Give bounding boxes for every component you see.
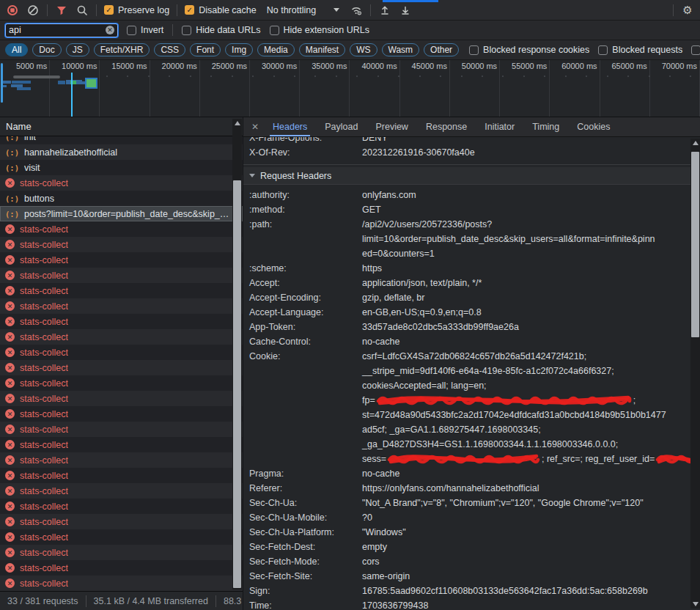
request-row[interactable]: stats-collect [0, 283, 243, 298]
scroll-up-button[interactable] [232, 119, 242, 128]
request-row[interactable]: stats-collect [0, 422, 243, 437]
tab-cookies[interactable]: Cookies [568, 117, 619, 136]
request-row[interactable]: stats-collect [0, 391, 243, 406]
name-column-header[interactable]: Name [0, 117, 243, 136]
search-button[interactable] [75, 4, 89, 17]
request-row[interactable]: stats-collect [0, 545, 243, 560]
checkbox-3rd-party-requests[interactable]: 3rd-party requests [691, 45, 700, 55]
timeline-tick-label: 10000 ms [50, 62, 99, 70]
request-row[interactable]: stats-collect [0, 529, 243, 545]
scroll-down-button[interactable] [232, 581, 242, 589]
filter-chip-fetch-xhr[interactable]: Fetch/XHR [94, 43, 150, 56]
tab-response[interactable]: Response [417, 117, 476, 136]
import-har-button[interactable] [378, 4, 391, 17]
filter-chip-css[interactable]: CSS [154, 43, 185, 56]
request-row[interactable]: hannahelizabethofficial [0, 144, 243, 160]
export-har-button[interactable] [399, 4, 412, 17]
waterfall-activity [13, 76, 60, 78]
request-row[interactable]: stats-collect [0, 329, 243, 345]
request-row[interactable]: stats-collect [0, 560, 243, 576]
scroll-up-button[interactable] [690, 139, 700, 147]
checkbox-blocked-requests[interactable]: Blocked requests [598, 45, 682, 55]
tab-initiator[interactable]: Initiator [476, 117, 523, 136]
filter-chip-all[interactable]: All [5, 43, 28, 56]
tab-timing[interactable]: Timing [523, 117, 568, 136]
timeline-column: 20000 ms [150, 60, 200, 117]
request-row[interactable]: visit [0, 160, 243, 175]
checkbox-label: Disable cache [199, 5, 257, 15]
request-row[interactable]: stats-collect [0, 576, 243, 591]
throttling-dropdown[interactable]: No throttling [264, 5, 342, 15]
request-row[interactable]: stats-collect [0, 221, 243, 237]
request-row[interactable]: stats-collect [0, 437, 243, 452]
header-value-line: sess=; ref_src=; reg_ref_user_id= [362, 452, 700, 466]
filter-chip-ws[interactable]: WS [350, 43, 377, 56]
scroll-down-button[interactable] [690, 600, 700, 609]
request-row[interactable]: stats-collect [0, 237, 243, 252]
disable-cache-checkbox[interactable]: Disable cache [185, 5, 257, 15]
checkbox-icon [104, 5, 114, 15]
devtools-network-panel: Preserve log Disable cache No throttling… [0, 0, 700, 610]
filter-chip-wasm[interactable]: Wasm [382, 43, 420, 56]
request-row[interactable]: stats-collect [0, 175, 243, 191]
request-row[interactable]: init [0, 136, 243, 144]
request-row[interactable]: posts?limit=10&order=publish_date_desc&s… [0, 206, 243, 221]
network-conditions-button[interactable] [350, 4, 363, 17]
clear-filter-icon[interactable] [106, 26, 114, 34]
close-detail-button[interactable] [246, 117, 264, 136]
checkbox-blocked-response-cookies[interactable]: Blocked response cookies [469, 45, 589, 55]
hide-extension-urls-checkbox[interactable]: Hide extension URLs [270, 25, 369, 35]
request-row[interactable]: stats-collect [0, 345, 243, 360]
filter-chip-doc[interactable]: Doc [32, 43, 61, 56]
scrollbar-thumb[interactable] [233, 180, 241, 588]
filter-chip-other[interactable]: Other [424, 43, 459, 56]
filter-chip-img[interactable]: Img [225, 43, 253, 56]
filter-chip-font[interactable]: Font [190, 43, 221, 56]
request-row[interactable]: stats-collect [0, 268, 243, 283]
request-row[interactable]: stats-collect [0, 468, 243, 483]
request-row[interactable]: stats-collect [0, 375, 243, 391]
hide-data-urls-checkbox[interactable]: Hide data URLs [182, 25, 260, 35]
filter-chip-media[interactable]: Media [257, 43, 295, 56]
request-row[interactable]: stats-collect [0, 499, 243, 514]
invert-checkbox[interactable]: Invert [127, 25, 163, 35]
error-icon [5, 255, 15, 265]
preserve-log-checkbox[interactable]: Preserve log [104, 5, 169, 15]
request-row[interactable]: stats-collect [0, 406, 243, 422]
filter-input-box[interactable] [5, 23, 118, 37]
request-row[interactable]: stats-collect [0, 514, 243, 529]
timeline-tick-label: 25000 ms [200, 62, 249, 70]
timeline-column: 50000 ms [450, 60, 500, 117]
detail-scrollbar[interactable] [690, 139, 700, 609]
request-row[interactable]: stats-collect [0, 483, 243, 499]
request-name: stats-collect [20, 363, 68, 373]
request-row[interactable]: stats-collect [0, 360, 243, 375]
filter-chip-manifest[interactable]: Manifest [299, 43, 345, 56]
filter-input[interactable] [9, 25, 103, 35]
request-name: stats-collect [20, 409, 68, 419]
checkbox-label: Preserve log [118, 5, 169, 15]
clear-button[interactable] [26, 4, 40, 17]
timeline-overview[interactable]: 5000 ms10000 ms15000 ms20000 ms25000 ms3… [0, 60, 700, 117]
request-headers-section[interactable]: Request Headers [243, 167, 700, 185]
scrollbar-thumb[interactable] [691, 152, 699, 337]
record-button[interactable] [6, 4, 19, 17]
overview-left-handle[interactable] [1, 63, 3, 103]
list-scrollbar[interactable] [232, 119, 242, 589]
request-row[interactable]: buttons [0, 191, 243, 206]
request-row[interactable]: stats-collect [0, 252, 243, 268]
checkbox-icon [127, 26, 136, 35]
filter-button[interactable] [55, 4, 68, 17]
request-row[interactable]: stats-collect [0, 452, 243, 468]
timeline-dot [440, 76, 441, 77]
tab-payload[interactable]: Payload [316, 117, 366, 136]
header-row: Pragma:no-cache [243, 466, 700, 481]
request-row[interactable]: stats-collect [0, 298, 243, 314]
header-row: :scheme:https [243, 261, 700, 276]
settings-button[interactable]: ⚙ [681, 4, 694, 17]
filter-chip-js[interactable]: JS [66, 43, 89, 56]
request-row[interactable]: stats-collect [0, 314, 243, 329]
network-toolbar: Preserve log Disable cache No throttling… [0, 0, 700, 21]
tab-headers[interactable]: Headers [264, 117, 316, 136]
tab-preview[interactable]: Preview [366, 117, 416, 136]
